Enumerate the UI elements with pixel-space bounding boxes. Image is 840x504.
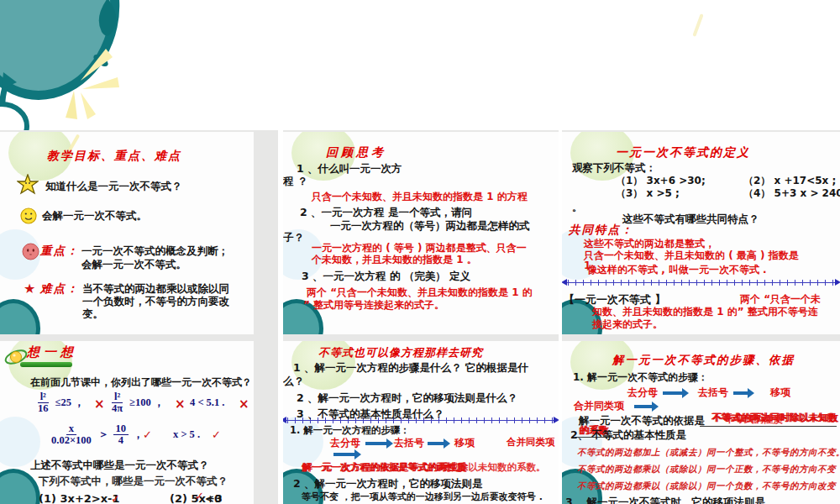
feature-2: 只含一个未知数、并且未知数的 ( 最高 ) 指数是 xyxy=(584,249,799,261)
which-question: 上述不等式中哪些是一元一次不等式？ xyxy=(30,459,209,471)
cross-mark-icon: × xyxy=(94,396,105,412)
answer-2-line2: 个未知数，并且未知数的指数是 1 。 xyxy=(312,254,477,265)
question-2-line1: 2 、一元一次方程 是一个等式，请问 xyxy=(300,206,472,218)
slide-2-thumbnail[interactable]: 回顾思考 1 、什么叫一元一次方 程 ？ 只含一个未知数、并且未知数的指数是 1… xyxy=(283,132,559,334)
definition-line2: 知数、并且未知数的指数是 1 的” 整式用不等号连 xyxy=(592,306,818,318)
rule-2-label: 2 、解一元一次方程时，它的移项法则是 xyxy=(293,477,483,490)
red-face-icon xyxy=(22,243,39,260)
slide-4-thumbnail[interactable]: 想一想 在前面几节课中，你列出了哪些一元一次不等式？ l²16 ≤25 ， × … xyxy=(0,341,254,504)
think-label: 想一想 xyxy=(27,344,77,360)
steps-label: 1. 解一元一次方程的步骤： xyxy=(290,425,410,437)
slide-1-thumbnail[interactable]: 教学目标、重点、难点 知道什么是一元一次不等式？ 会解一元一次不等式。 重点： … xyxy=(0,132,254,334)
question-2-line2: 一元一次方程的（等号）两边都是怎样的式 xyxy=(330,219,530,232)
property-2: 不等式的两边都乘以（或除以）同一个正数，不等号的方向不变 xyxy=(577,464,836,475)
which-question-serif: 下列不等式中，哪些是一元一次不等式？ xyxy=(39,475,228,488)
answer-1: 只含一个未知数、并且未知数的指数是 1 的方程 xyxy=(312,191,528,202)
goal-2-text: 会解一元一次不等式。 xyxy=(42,209,147,222)
property-3: 不等式的两边都乘以（或除以）同一个负数，不等号的方向改变 xyxy=(577,480,836,491)
difficult-point-text: 当不等式的两边都乘以或除以同一个负数时，不等号的方向要改变。 xyxy=(82,282,232,320)
key-point-label: 重点： xyxy=(40,244,80,257)
arrow-icon xyxy=(663,391,683,395)
period-mark: 。 xyxy=(572,202,582,213)
check-mark-icon: ✓ xyxy=(212,428,221,442)
question-1-line2: 程 ？ xyxy=(283,175,307,187)
cross-mark-icon: × xyxy=(175,396,186,412)
answer-3-line1: 两个 “只含一个未知数、并且未知数的指数是 1 的 xyxy=(307,286,533,298)
inequality-2: （2） x +17<5x ; xyxy=(743,175,836,186)
key-point-line1: 一元一次不等式的概念及判断； xyxy=(81,244,228,257)
slide5-title: 不等式也可以像方程那样去研究 xyxy=(318,346,483,360)
slide2-title: 回顾思考 xyxy=(326,145,386,160)
inequality-3: （3） x >5 ; xyxy=(616,187,680,199)
inequality-expr-2: l²4π ≥100 ， xyxy=(108,391,164,414)
inequality-expr-5: x > 5 . xyxy=(173,428,200,441)
step-4: 合并同类项 xyxy=(574,400,624,412)
definition-label: 【一元一次不等式 】 xyxy=(564,293,666,307)
slide6-title: 解一元一次不等式的步骤、依据 xyxy=(612,353,795,366)
recall-question: 在前面几节课中，你列出了哪些一元一次不等式？ xyxy=(30,376,252,388)
question-2-line3: 子？ xyxy=(283,231,304,244)
basis-text-overlap-b: 不等式的性质 xyxy=(725,414,783,426)
check-mark-icon: ✓ xyxy=(195,490,204,503)
steps-label: 1. 解一元一次不等式的步骤： xyxy=(573,371,708,383)
check-mark-icon: ✓ xyxy=(143,428,152,442)
step-3: 移项 xyxy=(770,386,790,398)
slide1-title: 教学目标、重点、难点 xyxy=(47,149,181,163)
feature-conclusion: 像这样的不等式 , 叫做一元一次不等式 . xyxy=(587,264,767,276)
property-1: 不等式的两边都加上（或减去）同一个整式，不等号的方向不变。 xyxy=(577,447,840,458)
key-point-line2: 会解一元一次不等式。 xyxy=(81,258,186,270)
balloon-graphic xyxy=(0,0,218,130)
arrow-icon xyxy=(634,405,653,408)
slide-3-thumbnail[interactable]: 一元一次不等式的定义 观察下列不等式： （1） 3x+6 >30; （2） x … xyxy=(562,132,840,334)
check-mark-icon: ✓ xyxy=(111,492,120,504)
inequality-4: （4） 5+3 x > 240 xyxy=(743,187,840,199)
difficult-point-label: 难点： xyxy=(40,281,80,295)
slide-sorter-view: 教学目标、重点、难点 知道什么是一元一次不等式？ 会解一元一次不等式。 重点： … xyxy=(0,0,840,504)
properties-label: 2、 不等式的基本性质是 xyxy=(570,428,686,441)
rule-2-text: 等号不变 ，把一项从等式的一边移到另一边后要改变符号 . xyxy=(302,491,543,502)
cross-mark-icon: × xyxy=(239,396,249,412)
arrow-icon xyxy=(733,391,748,395)
basis-text-overlap-b: 乘或除以未知数的系数。 xyxy=(439,462,546,474)
question-2: 2 、解一元一次方程时，它的移项法则是什么？ xyxy=(297,391,517,404)
exercise-2-tail: <0 xyxy=(205,492,222,504)
question-1-line2: 么？ xyxy=(283,375,304,387)
sparkle-decoration xyxy=(692,13,703,37)
inequality-expr-1: l²16 ≤25 ， xyxy=(34,391,85,414)
question-3: 3 、不等式的基本性质是什么？ xyxy=(297,407,444,420)
answer-3-line2: ” 整式用等号连接起来的式子。 xyxy=(303,299,444,311)
goal-1-text: 知道什么是一元一次不等式？ xyxy=(45,180,182,192)
step-2: 去括号 xyxy=(394,437,424,449)
underline xyxy=(700,426,837,427)
slide3-title: 一元一次不等式的定义 xyxy=(616,145,750,160)
common-question: 这些不等式有哪些共同特点？ xyxy=(622,213,759,225)
inequality-expr-3: 4 < 5.1 . xyxy=(190,396,225,409)
answer-2-line1: 一元一次方程的 ( 等号 ) 两边都是整式、只含一 xyxy=(312,242,527,254)
step-4: 合并同类项 xyxy=(507,437,555,449)
star-burst-icon xyxy=(17,174,39,196)
red-star-icon: ★ xyxy=(24,281,35,297)
inequality-expr-4: x0.02×100 ＞ 104 ， xyxy=(47,423,144,446)
step-1: 去分母 xyxy=(330,437,360,449)
arrow-icon xyxy=(428,442,444,445)
question-1-line1: 1 、什么叫一元一次方 xyxy=(297,162,402,175)
step-1: 去分母 xyxy=(627,386,658,398)
arrow-icon xyxy=(333,453,355,456)
step-3: 移项 xyxy=(454,437,475,449)
inequality-1: （1） 3x+6 >30; xyxy=(616,175,706,186)
slide-6-thumbnail[interactable]: 解一元一次不等式的步骤、依据 1. 解一元一次不等式的步骤： 去分母 去括号 移… xyxy=(562,341,840,504)
feature-1: 这些不等式的两边都是整式， xyxy=(584,238,715,249)
definition-line1: 两个 “只含一个未 xyxy=(740,293,821,305)
common-features-label: 共同特点： xyxy=(569,223,634,236)
question-1-line1: 1 、解一元一次方程的步骤是什么？ 它的根据是什 xyxy=(293,361,528,374)
smiley-icon xyxy=(20,207,37,224)
green-underline-bar xyxy=(20,362,72,367)
step-2: 去括号 xyxy=(698,386,728,398)
observe-label: 观察下列不等式： xyxy=(572,161,656,174)
number-line xyxy=(562,280,840,286)
question-3: 3 、一元一次方程 的 （完美） 定义 xyxy=(302,270,470,282)
definition-line3: 接起来的式子。 xyxy=(592,318,663,330)
rule-3-label: 3、 解一元一次不等式时，它的移项法则是 xyxy=(565,496,765,504)
slide-5-thumbnail[interactable]: 不等式也可以像方程那样去研究 1 、解一元一次方程的步骤是什么？ 它的根据是什 … xyxy=(283,341,559,504)
arrow-icon xyxy=(365,442,387,445)
